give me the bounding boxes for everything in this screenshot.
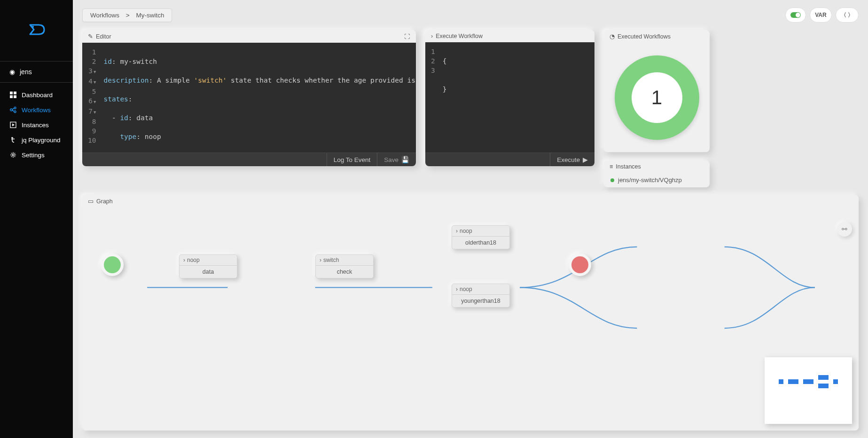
execute-footer: Execute ▶ xyxy=(425,153,594,166)
log-to-event-button[interactable]: Log To Event xyxy=(327,154,377,166)
right-column: ◔ Executed Workflows 1 ≡ Instances jens/… xyxy=(604,30,710,187)
instance-item[interactable]: jens/my-switch/VQghzp xyxy=(604,173,710,187)
execute-button[interactable]: Execute ▶ xyxy=(550,153,594,166)
svg-point-7 xyxy=(14,111,16,113)
sidebar-item-jq-playground[interactable]: jq Playground xyxy=(0,132,73,147)
executed-count: 1 xyxy=(632,72,682,123)
pie-icon: ◔ xyxy=(610,33,615,40)
editor-gutter: 1 2 3▼ 4▼ 5 6▼ 7▼ 8 9 10 xyxy=(82,43,99,153)
breadcrumb[interactable]: Workflows > My-switch xyxy=(82,8,172,22)
chevron-right-icon: › xyxy=(183,257,185,263)
svg-marker-11 xyxy=(12,123,15,126)
toggle-on-icon xyxy=(790,12,801,18)
sidebar-item-dashboard[interactable]: Dashboard xyxy=(0,87,73,102)
top-actions: VAR 〈 〉 xyxy=(785,8,859,23)
svg-rect-2 xyxy=(14,92,16,94)
graph-header: ▭ Graph xyxy=(82,195,859,207)
sidebar-item-workflows[interactable]: Workflows xyxy=(0,102,73,117)
exec-lines: { } xyxy=(438,42,480,153)
graph-end-node[interactable] xyxy=(569,254,591,276)
sidebar-item-settings[interactable]: Settings xyxy=(0,147,73,162)
graph-node-check[interactable]: ›switch check xyxy=(315,254,374,278)
sidebar-item-label: Instances xyxy=(22,122,49,129)
donut-ring: 1 xyxy=(615,55,699,140)
editor-header: ✎ Editor ⛶ xyxy=(82,30,416,43)
execute-panel: › Execute Workflow 1 2 3 { } Execute ▶ xyxy=(425,30,594,166)
editor-code[interactable]: 1 2 3▼ 4▼ 5 6▼ 7▼ 8 9 10 id: my-switch d… xyxy=(82,43,416,153)
executed-title: Executed Workflows xyxy=(618,33,671,40)
logo-area xyxy=(0,0,73,61)
svg-line-8 xyxy=(12,108,14,109)
graph-title: Graph xyxy=(96,198,113,205)
chevron-right-icon: › xyxy=(320,257,321,263)
minimap-content xyxy=(769,375,847,388)
chevron-right-icon: › xyxy=(456,286,458,292)
chevron-right-icon: › xyxy=(431,33,433,39)
expand-icon[interactable]: ⛶ xyxy=(404,33,410,40)
namespace-dot-icon: ◉ xyxy=(9,68,15,76)
svg-point-12 xyxy=(12,154,14,156)
playground-icon xyxy=(9,136,17,144)
svg-rect-3 xyxy=(10,95,13,98)
instances-panel: ≡ Instances jens/my-switch/VQghzp xyxy=(604,161,710,187)
code-icon: 〈 〉 xyxy=(841,11,853,19)
editor-title: Editor xyxy=(96,33,111,40)
settings-icon xyxy=(9,151,17,159)
instances-header: ≡ Instances xyxy=(604,161,710,173)
app-logo-icon xyxy=(27,20,46,41)
sidebar-item-instances[interactable]: Instances xyxy=(0,117,73,132)
graph-start-node[interactable] xyxy=(101,254,124,276)
execute-title: Execute Workflow xyxy=(436,33,483,39)
code-button[interactable]: 〈 〉 xyxy=(836,8,859,23)
editor-row: ✎ Editor ⛶ 1 2 3▼ 4▼ 5 6▼ 7▼ 8 9 10 xyxy=(82,30,859,187)
sidebar-item-label: Dashboard xyxy=(22,92,53,99)
graph-node-youngerthan18[interactable]: ›noop youngerthan18 xyxy=(452,284,510,307)
execute-header: › Execute Workflow xyxy=(425,30,594,42)
graph-icon: ▭ xyxy=(88,198,94,205)
executed-workflows-panel: ◔ Executed Workflows 1 xyxy=(604,30,710,152)
sidebar-item-label: Workflows xyxy=(22,107,51,114)
svg-point-0 xyxy=(32,26,34,28)
execute-input[interactable]: 1 2 3 { } xyxy=(425,42,594,153)
sidebar-item-label: Settings xyxy=(22,152,45,159)
svg-rect-4 xyxy=(14,95,16,98)
graph-minimap[interactable] xyxy=(765,357,852,424)
var-button[interactable]: VAR xyxy=(810,8,831,23)
save-icon: 💾 xyxy=(401,156,409,163)
breadcrumb-sep: > xyxy=(126,12,130,19)
executed-header: ◔ Executed Workflows xyxy=(604,30,710,43)
donut-chart: 1 xyxy=(604,43,710,152)
svg-rect-1 xyxy=(10,92,13,94)
graph-link-button[interactable]: ⚯ xyxy=(837,222,852,237)
code-lines: id: my-switch description: A simple 'swi… xyxy=(99,43,416,153)
chevron-right-icon: › xyxy=(456,228,458,234)
sidebar: ◉ jens Dashboard Workflows Instances jq … xyxy=(0,0,73,438)
editor-footer: Log To Event Save 💾 xyxy=(82,153,416,166)
nav: Dashboard Workflows Instances jq Playgro… xyxy=(0,83,73,162)
graph-node-data[interactable]: ›noop data xyxy=(179,254,237,278)
sidebar-item-label: jq Playground xyxy=(22,137,61,144)
play-icon: ▶ xyxy=(583,156,588,163)
graph-panel: ▭ Graph ›noop data ›switch check › xyxy=(82,195,859,430)
link-icon: ⚯ xyxy=(842,225,847,233)
svg-point-6 xyxy=(14,107,16,109)
pencil-icon: ✎ xyxy=(88,33,93,40)
namespace-label: jens xyxy=(20,68,32,76)
topbar: Workflows > My-switch VAR 〈 〉 xyxy=(82,8,859,23)
editor-panel: ✎ Editor ⛶ 1 2 3▼ 4▼ 5 6▼ 7▼ 8 9 10 xyxy=(82,30,416,166)
workflows-icon xyxy=(9,106,17,114)
svg-point-5 xyxy=(10,109,12,111)
instance-path: jens/my-switch/VQghzp xyxy=(618,177,682,184)
save-button[interactable]: Save 💾 xyxy=(377,153,416,166)
svg-line-9 xyxy=(12,110,14,111)
graph-node-olderthan18[interactable]: ›noop olderthan18 xyxy=(452,225,510,249)
dashboard-icon xyxy=(9,91,17,99)
breadcrumb-leaf: My-switch xyxy=(136,12,164,19)
status-success-icon xyxy=(610,178,614,182)
workflow-toggle[interactable] xyxy=(785,8,806,23)
list-icon: ≡ xyxy=(610,163,613,170)
main-content: Workflows > My-switch VAR 〈 〉 ✎ Editor ⛶… xyxy=(73,0,868,438)
graph-canvas[interactable]: ›noop data ›switch check ›noop olderthan… xyxy=(82,207,859,430)
breadcrumb-root: Workflows xyxy=(90,12,119,19)
namespace-selector[interactable]: ◉ jens xyxy=(0,61,73,83)
